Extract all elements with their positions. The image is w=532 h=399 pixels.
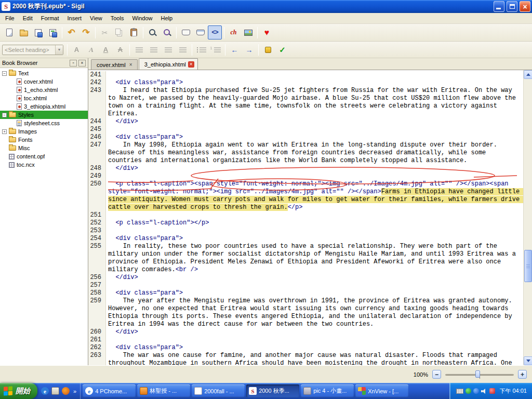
tree-item-misc[interactable]: Misc xyxy=(0,144,88,152)
code-line[interactable]: 242 <div class="para"> xyxy=(88,79,523,87)
minimize-button[interactable] xyxy=(494,1,504,12)
code-line[interactable]: 247 In May 1998, Ethiopia again went to … xyxy=(88,141,523,165)
taskbar-button-xnview[interactable]: XnView - [... xyxy=(355,384,408,397)
copy-button[interactable] xyxy=(112,25,126,39)
code-line[interactable]: 252 <p class="l-caption"></p> xyxy=(88,219,523,227)
undo-button[interactable]: ↶ xyxy=(64,25,78,39)
taskbar-button-pic-4[interactable]: pic 4 - 小畫... xyxy=(301,384,354,397)
bullet-list-button[interactable] xyxy=(194,43,208,57)
code-text[interactable]: The war was one cause for famine, and an… xyxy=(106,352,523,365)
code-text[interactable]: </div> xyxy=(106,328,523,336)
heading-select[interactable]: <Select heading>▼ xyxy=(2,45,63,55)
code-line[interactable]: 246 <div class="para"> xyxy=(88,134,523,141)
antivirus-icon[interactable] xyxy=(489,388,495,394)
donate-button[interactable]: ♥ xyxy=(260,25,274,39)
close-button[interactable]: × xyxy=(520,1,530,12)
code-line[interactable]: 241 xyxy=(88,71,523,79)
code-text[interactable]: <p class="l-caption"></p> xyxy=(106,219,523,227)
code-text[interactable] xyxy=(106,282,523,289)
zoom-slider[interactable] xyxy=(445,370,514,379)
save-as-button[interactable] xyxy=(46,25,60,39)
tree-item-1-echo-xhtml[interactable]: 1_echo.xhtml xyxy=(0,86,88,94)
open-file-button[interactable] xyxy=(17,25,31,39)
zoom-out-button[interactable]: − xyxy=(432,370,441,379)
check-well-formed-button[interactable]: ✓ xyxy=(275,43,289,57)
menu-view[interactable]: View xyxy=(86,14,107,23)
find-button[interactable] xyxy=(145,25,159,39)
code-text[interactable]: I heard that Ethiopia purchased five Su-… xyxy=(106,87,523,118)
code-line[interactable]: 261 xyxy=(88,336,523,344)
tree-item-styles[interactable]: −Styles xyxy=(0,111,88,119)
code-line[interactable]: 256 </div> xyxy=(88,274,523,282)
find-replace-button[interactable] xyxy=(160,25,174,39)
indent-button[interactable]: → xyxy=(242,43,256,57)
code-line[interactable]: 248 </div> xyxy=(88,165,523,172)
tree-expander-icon[interactable]: + xyxy=(2,129,7,134)
code-text[interactable]: </div> xyxy=(106,165,523,172)
code-text[interactable] xyxy=(106,172,523,180)
float-panel-button[interactable]: ▫ xyxy=(70,60,77,66)
code-text[interactable]: <div class="para"> xyxy=(106,289,523,297)
tree-item-fonts[interactable]: Fonts xyxy=(0,136,88,144)
quick-launch-overflow-icon[interactable]: » xyxy=(73,388,76,394)
tree-item-3-ethiopia-xhtml[interactable]: 3_ethiopia.xhtml xyxy=(0,102,88,111)
code-line[interactable]: 245 xyxy=(88,126,523,134)
taskbar-button-2000fall[interactable]: 2000fall - ... xyxy=(192,384,245,397)
code-text[interactable] xyxy=(106,71,523,79)
taskbar-button-2000[interactable]: S2000 秋季... xyxy=(246,384,299,397)
code-lines[interactable]: 241242 <div class="para">243 I heard tha… xyxy=(88,70,523,365)
tree-item-text[interactable]: −Text xyxy=(0,69,88,77)
tree-expander-icon[interactable]: − xyxy=(2,113,7,117)
save-button[interactable] xyxy=(31,25,45,39)
code-line[interactable]: 249 xyxy=(88,172,523,180)
insert-image-button[interactable] xyxy=(241,25,255,39)
align-center-button[interactable] xyxy=(147,43,161,57)
code-text[interactable]: In May 1998, Ethiopia again went to war … xyxy=(106,141,523,165)
new-file-button[interactable] xyxy=(2,25,16,39)
scroll-up-button[interactable] xyxy=(524,70,532,79)
maximize-button[interactable] xyxy=(507,1,517,12)
paste-button[interactable] xyxy=(127,25,141,39)
code-text[interactable] xyxy=(106,336,523,344)
tree-item-cover-xhtml[interactable]: cover.xhtml xyxy=(0,77,88,86)
tree-item-toc-xhtml[interactable]: toc.xhtml xyxy=(0,94,88,102)
code-line[interactable]: 243 I heard that Ethiopia purchased five… xyxy=(88,87,523,118)
numbered-list-button[interactable] xyxy=(209,43,223,57)
code-text[interactable]: <div class="para"> xyxy=(106,344,523,352)
align-right-button[interactable] xyxy=(161,43,175,57)
menu-file[interactable]: File xyxy=(1,14,19,23)
tab-close-icon[interactable]: × xyxy=(188,61,194,68)
code-line[interactable]: 251 xyxy=(88,211,523,219)
code-text[interactable]: </div> xyxy=(106,274,523,282)
code-text[interactable]: <div class="para"> xyxy=(106,134,523,141)
tree-item-stylesheet-css[interactable]: stylesheet.css xyxy=(0,119,88,127)
code-line[interactable]: 262 <div class="para"> xyxy=(88,344,523,352)
italic-button[interactable]: A xyxy=(84,43,98,57)
show-desktop-icon[interactable] xyxy=(51,387,59,395)
network-icon[interactable] xyxy=(473,388,479,394)
outdent-button[interactable]: ← xyxy=(228,43,242,57)
messenger-icon[interactable] xyxy=(466,388,471,394)
code-text[interactable]: The year after the Mengistu regime was o… xyxy=(106,297,523,328)
tree-item-content-opf[interactable]: content.opf xyxy=(0,152,88,161)
zoom-in-button[interactable]: + xyxy=(518,370,527,379)
strikethrough-button[interactable]: A xyxy=(113,43,127,57)
bold-button[interactable]: A xyxy=(70,43,84,57)
code-line[interactable]: 260 </div> xyxy=(88,328,523,336)
cut-button[interactable]: ✂ xyxy=(98,25,112,39)
underline-button[interactable]: A xyxy=(99,43,113,57)
tab-3-ethiopia-xhtml[interactable]: 3_ethiopia.xhtml× xyxy=(139,58,198,70)
menu-tools[interactable]: Tools xyxy=(107,14,128,23)
menu-window[interactable]: Window xyxy=(128,14,156,23)
taskbar-button-4-pchome[interactable]: e4 PChome... xyxy=(83,384,136,397)
taskbar-button-item[interactable]: 林聖授 - ... xyxy=(137,384,190,397)
code-text[interactable] xyxy=(106,211,523,219)
tree-item-toc-ncx[interactable]: toc.ncx xyxy=(0,161,88,169)
code-view-editor[interactable]: 241242 <div class="para">243 I heard tha… xyxy=(88,70,532,365)
clean-source-button[interactable] xyxy=(261,43,275,57)
code-line[interactable]: 257 xyxy=(88,282,523,289)
code-text[interactable] xyxy=(106,126,523,134)
tree-item-images[interactable]: +Images xyxy=(0,127,88,136)
tab-cover-xhtml[interactable]: cover.xhtml× xyxy=(91,59,138,70)
tab-close-icon[interactable]: × xyxy=(128,62,134,68)
